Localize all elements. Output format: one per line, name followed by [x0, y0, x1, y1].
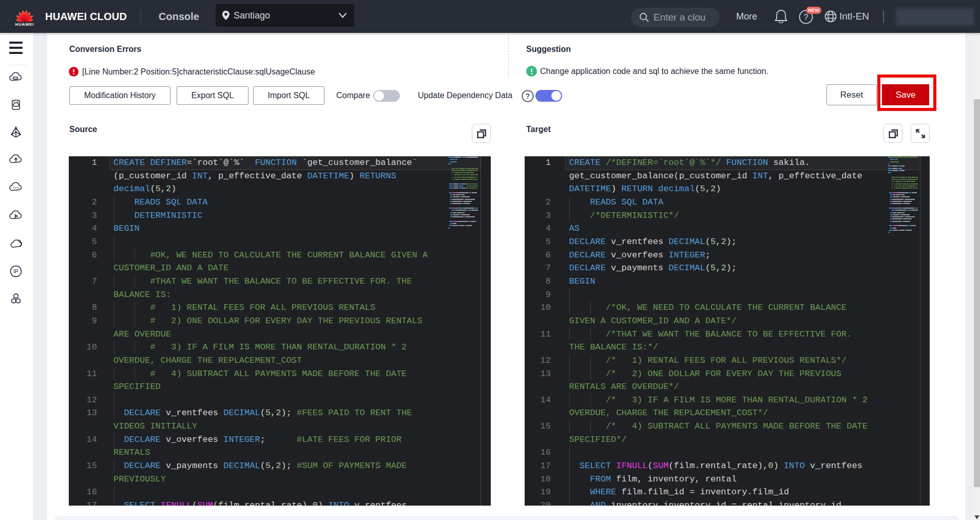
svg-text:?: ? [526, 92, 530, 100]
svg-text:?: ? [804, 13, 809, 22]
svg-text:HUAWEI: HUAWEI [15, 22, 34, 26]
svg-text:IP: IP [13, 269, 18, 274]
